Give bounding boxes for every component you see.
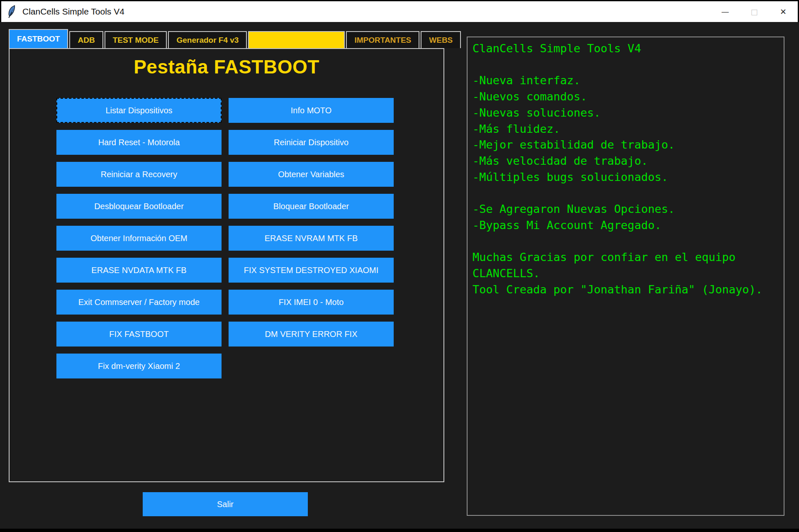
changelog-line xyxy=(473,57,779,73)
changelog-line: CLANCELLS. xyxy=(473,266,779,282)
changelog-line: -Nueva interfaz. xyxy=(473,73,779,89)
fastboot-button-grid: Listar Dispositivos Info MOTO Hard Reset… xyxy=(56,98,394,378)
salir-button[interactable]: Salir xyxy=(143,492,308,516)
changelog-line: -Nuevos comandos. xyxy=(473,89,779,105)
bloquear-bootloader-button[interactable]: Bloquear Bootloader xyxy=(229,194,394,219)
changelog-line: ClanCells Simple Tools V4 xyxy=(473,41,779,57)
obtener-informacion-oem-button[interactable]: Obtener Información OEM xyxy=(56,226,222,251)
changelog-line xyxy=(473,185,779,201)
page-title: Pestaña FASTBOOT xyxy=(10,56,443,78)
changelog-panel: ClanCells Simple Tools V4 -Nueva interfa… xyxy=(467,37,784,516)
python-feather-icon xyxy=(7,4,17,19)
changelog-line: -Múltiples bugs solucionados. xyxy=(473,169,779,185)
tab-importantes[interactable]: IMPORTANTES xyxy=(346,31,419,48)
tab-generador-f4[interactable]: Generador F4 v3 xyxy=(168,31,247,48)
fix-fastboot-button[interactable]: FIX FASTBOOT xyxy=(56,322,222,347)
fix-imei-0-moto-button[interactable]: FIX IMEI 0 - Moto xyxy=(229,290,394,315)
fix-dm-verity-xiaomi-2-button[interactable]: Fix dm-verity Xiaomi 2 xyxy=(56,354,222,378)
close-button[interactable]: ✕ xyxy=(769,1,798,22)
info-moto-button[interactable]: Info MOTO xyxy=(229,98,394,123)
tab-yellow-spacer[interactable] xyxy=(248,31,345,48)
changelog-line: -Más velocidad de trabajo. xyxy=(473,153,779,169)
reiniciar-recovery-button[interactable]: Reiniciar a Recovery xyxy=(56,162,222,187)
tab-adb[interactable]: ADB xyxy=(69,31,103,48)
fix-system-destroyed-xiaomi-button[interactable]: FIX SYSTEM DESTROYED XIAOMI xyxy=(229,258,394,283)
window-title: ClanCells Simple Tools V4 xyxy=(22,7,124,17)
erase-nvdata-mtk-fb-button[interactable]: ERASE NVDATA MTK FB xyxy=(56,258,222,283)
changelog-line: -Nuevas soluciones. xyxy=(473,105,779,121)
desbloquear-bootloader-button[interactable]: Desbloquear Bootloader xyxy=(56,194,222,219)
tab-webs[interactable]: WEBS xyxy=(421,31,461,48)
listar-dispositivos-button[interactable]: Listar Dispositivos xyxy=(56,98,222,123)
window-controls: — □ ✕ xyxy=(711,1,798,22)
maximize-button[interactable]: □ xyxy=(740,1,769,22)
titlebar: ClanCells Simple Tools V4 — □ ✕ xyxy=(0,0,799,22)
app-window: { "window": { "title": "ClanCells Simple… xyxy=(0,0,799,532)
reiniciar-dispositivo-button[interactable]: Reiniciar Dispositivo xyxy=(229,130,394,155)
obtener-variables-button[interactable]: Obtener Variables xyxy=(229,162,394,187)
tab-bar: FASTBOOT ADB TEST MODE Generador F4 v3 I… xyxy=(9,29,462,48)
changelog-line: -Se Agregaron Nuevas Opciones. xyxy=(473,201,779,217)
fastboot-panel: Pestaña FASTBOOT Listar Dispositivos Inf… xyxy=(9,48,444,482)
changelog-line: Tool Creada por "Jonathan Fariña" (Jonay… xyxy=(473,282,779,298)
changelog-line: -Mejor estabilidad de trabajo. xyxy=(473,137,779,153)
hard-reset-motorola-button[interactable]: Hard Reset - Motorola xyxy=(56,130,222,155)
changelog-line: -Bypass Mi Account Agregado. xyxy=(473,217,779,234)
changelog-line: -Más fluidez. xyxy=(473,121,779,137)
changelog-line: Muchas Gracias por confiar en el equipo xyxy=(473,249,779,266)
changelog-line xyxy=(473,233,779,249)
exit-commserver-factory-mode-button[interactable]: Exit Commserver / Factory mode xyxy=(56,290,222,315)
dm-verity-error-fix-button[interactable]: DM VERITY ERROR FIX xyxy=(229,322,394,347)
window-bottom-edge xyxy=(0,529,799,532)
erase-nvram-mtk-fb-button[interactable]: ERASE NVRAM MTK FB xyxy=(229,226,394,251)
minimize-button[interactable]: — xyxy=(711,1,740,22)
tab-test-mode[interactable]: TEST MODE xyxy=(105,31,167,48)
tab-fastboot[interactable]: FASTBOOT xyxy=(9,29,68,48)
